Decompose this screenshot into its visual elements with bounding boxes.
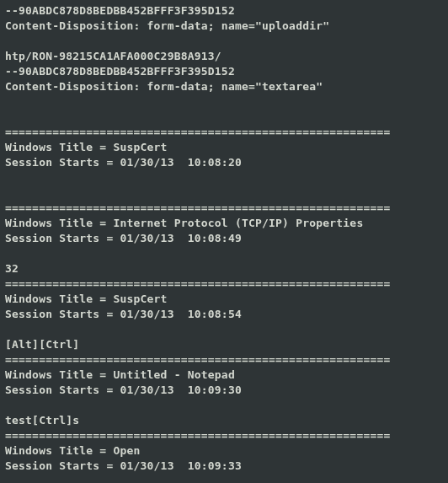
terminal-output: --90ABDC878D8BEDBB452BFFF3F395D152 Conte… bbox=[0, 0, 448, 477]
